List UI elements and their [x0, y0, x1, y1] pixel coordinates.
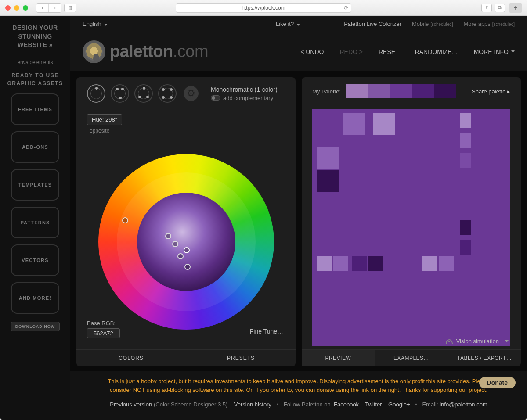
preview-swatch — [317, 147, 339, 169]
tabs-icon[interactable]: ⧉ — [495, 4, 505, 12]
toolbar-right: ⇪ ⧉ + — [481, 3, 522, 13]
previous-version-link[interactable]: Previous version — [110, 401, 152, 408]
shade-marker[interactable] — [184, 264, 191, 270]
hue-readout[interactable]: Hue: 298° — [87, 114, 122, 125]
sidebar-toggle-icon[interactable]: ▥ — [64, 4, 76, 12]
scheme-settings-button[interactable]: ⚙ — [182, 84, 200, 103]
left-panel-tabs: COLORS PRESETS — [76, 349, 296, 366]
back-button[interactable]: ‹ — [36, 4, 49, 12]
palette-swatch[interactable] — [390, 84, 412, 98]
scheme-type-row: ⚙ Monochromatic (1-color) add complement… — [76, 77, 296, 106]
close-window-icon[interactable] — [5, 5, 11, 11]
shade-marker[interactable] — [165, 233, 171, 239]
base-marker[interactable] — [184, 247, 190, 253]
tab-colors[interactable]: COLORS — [76, 350, 186, 366]
preview-swatch — [317, 170, 339, 192]
scheme-tetrad-button[interactable] — [158, 84, 177, 103]
download-now-button[interactable]: DOWNLOAD NOW — [11, 322, 60, 331]
palette-swatch[interactable] — [412, 84, 434, 98]
scheme-adjacent-button[interactable] — [111, 84, 129, 103]
preview-swatch — [460, 153, 471, 168]
preview-swatch — [460, 113, 471, 128]
palette-swatch[interactable] — [434, 84, 456, 98]
promo-box[interactable]: VECTORS — [11, 244, 59, 276]
top-strip: English Like it? Paletton Live Colorizer… — [70, 16, 527, 32]
opposite-link[interactable]: opposite — [90, 128, 296, 134]
footer: Donate This is just a hobby project, but… — [70, 371, 527, 420]
reset-button[interactable]: RESET — [379, 48, 399, 55]
scheme-triad-button[interactable] — [134, 84, 153, 103]
browser-window: ‹ › ▥ https://wplook.com ⟳ ⇪ ⧉ + DESIGN … — [0, 0, 527, 420]
redo-button[interactable]: REDO > — [339, 48, 363, 55]
color-wheel[interactable] — [98, 154, 274, 330]
url-text: https://wplook.com — [242, 5, 285, 11]
language-selector[interactable]: English — [83, 21, 108, 27]
tab-presets[interactable]: PRESETS — [186, 350, 296, 366]
randomize-button[interactable]: RANDOMIZE… — [415, 48, 458, 55]
add-complementary-toggle[interactable]: add complementary — [211, 95, 278, 101]
live-colorizer-link[interactable]: Paletton Live Colorizer — [344, 21, 401, 27]
preview-swatch — [460, 220, 471, 235]
hue-marker[interactable] — [122, 217, 128, 223]
vision-simulation-menu[interactable]: Vision simulation — [446, 338, 509, 345]
refresh-icon[interactable]: ⟳ — [344, 5, 348, 11]
promo-box[interactable]: TEMPLATES — [11, 169, 59, 201]
undo-button[interactable]: < UNDO — [300, 48, 324, 55]
scheme-monochromatic-button[interactable] — [87, 84, 105, 103]
tab-preview[interactable]: PREVIEW — [302, 350, 375, 366]
shade-marker[interactable] — [172, 241, 178, 247]
new-tab-button[interactable]: + — [509, 3, 522, 13]
envato-logo[interactable]: envatoelements — [18, 59, 53, 65]
palette-swatch-strip[interactable] — [346, 84, 456, 98]
window-controls — [5, 5, 28, 11]
logo-text: paletton.com — [110, 42, 208, 61]
palette-preview[interactable] — [312, 109, 510, 346]
facebook-link[interactable]: Facebook — [334, 401, 359, 408]
color-wheel-panel: ⚙ Monochromatic (1-color) add complement… — [76, 77, 296, 366]
share-palette-button[interactable]: Share palette — [472, 88, 510, 95]
palette-swatch[interactable] — [346, 84, 368, 98]
promo-box[interactable]: ADD-ONS — [11, 131, 59, 163]
share-icon[interactable]: ⇪ — [481, 4, 492, 12]
logo-icon — [83, 40, 105, 63]
footer-links: Previous version (Color Scheme Designer … — [79, 401, 518, 408]
promo-box[interactable]: FREE ITEMS — [11, 93, 59, 125]
workbench: ⚙ Monochromatic (1-color) add complement… — [70, 71, 527, 371]
version-history-link[interactable]: Version history — [234, 401, 271, 408]
browser-title-bar: ‹ › ▥ https://wplook.com ⟳ ⇪ ⧉ + — [0, 0, 527, 16]
color-wheel-inner[interactable] — [137, 193, 235, 291]
googleplus-link[interactable]: Google+ — [388, 401, 410, 408]
palette-swatch[interactable] — [368, 84, 390, 98]
email-link[interactable]: info@paletton.com — [440, 401, 487, 408]
twitter-link[interactable]: Twitter — [365, 401, 382, 408]
more-apps-link[interactable]: More apps[scheduled] — [463, 21, 515, 27]
right-panel-tabs: PREVIEW EXAMPLES… TABLES / EXPORT… — [302, 349, 521, 366]
preview-swatch — [368, 256, 383, 271]
header-actions: < UNDO REDO > RESET RANDOMIZE… MORE INFO — [300, 48, 515, 55]
preview-swatch — [439, 256, 454, 271]
promo-sidebar: DESIGN YOUR STUNNING WEBSITE » envatoele… — [0, 16, 70, 420]
promo-headline[interactable]: DESIGN YOUR STUNNING WEBSITE » — [12, 24, 58, 50]
nav-back-forward: ‹ › — [36, 3, 61, 13]
mobile-link[interactable]: Mobile[scheduled] — [412, 21, 453, 27]
palette-panel: My Palette: Share palette Vision simulat… — [302, 77, 521, 366]
like-it-menu[interactable]: Like it? — [276, 21, 300, 27]
scheme-label: Monochromatic (1-color) add complementar… — [211, 86, 278, 101]
maximize-window-icon[interactable] — [23, 5, 28, 11]
preview-swatch — [333, 256, 348, 271]
tab-examples[interactable]: EXAMPLES… — [375, 350, 448, 366]
base-rgb-value[interactable]: 562A72 — [87, 328, 120, 338]
forward-button[interactable]: › — [49, 4, 61, 12]
minimize-window-icon[interactable] — [14, 5, 19, 11]
preview-swatch — [422, 256, 437, 271]
promo-box[interactable]: PATTERNS — [11, 207, 59, 238]
shade-marker[interactable] — [177, 253, 184, 259]
preview-swatch — [460, 240, 471, 255]
donate-button[interactable]: Donate — [479, 377, 516, 388]
tab-tables-export[interactable]: TABLES / EXPORT… — [448, 350, 521, 366]
logo[interactable]: paletton.com — [83, 40, 208, 63]
promo-box[interactable]: AND MORE! — [11, 282, 59, 314]
url-bar[interactable]: https://wplook.com ⟳ — [176, 3, 351, 13]
more-info-menu[interactable]: MORE INFO — [474, 48, 515, 55]
fine-tune-button[interactable]: Fine Tune… — [250, 328, 283, 335]
